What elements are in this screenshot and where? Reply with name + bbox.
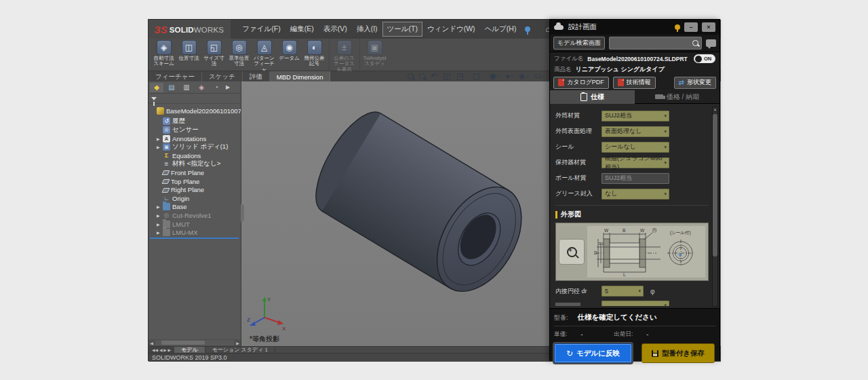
tree-item[interactable]: ▶ センサー [149, 126, 241, 134]
view-settings-icon[interactable]: ▭ [534, 72, 545, 80]
toolbar-button[interactable]: ◫ 位置寸法 [176, 39, 201, 71]
tree-root-item[interactable]: BaseModel20200610100724 (Default<< [149, 107, 241, 115]
tree-tabs-expand-icon[interactable]: ▶ [224, 83, 231, 92]
tree-item[interactable]: ▶ Right Plane [149, 185, 241, 194]
ribbon-tab[interactable]: フィーチャー [149, 71, 202, 81]
menu-item[interactable]: ファイル(F) [237, 22, 285, 37]
tree-item[interactable]: ▶ LMU-MX [149, 228, 241, 237]
featuremanager-tab-icon[interactable]: ◆ [150, 83, 163, 92]
view-orientation-icon[interactable]: ◳ [456, 72, 467, 80]
scroll-left-icon[interactable]: ◀ [149, 341, 155, 345]
tree-item[interactable]: ▶ Base [149, 203, 241, 212]
reference-triad: Y X Z [247, 293, 288, 331]
tree-filter[interactable] [149, 94, 241, 104]
pushpin-icon[interactable] [525, 26, 530, 32]
scroll-up-icon[interactable]: ▲ [713, 107, 717, 112]
panel-pin-icon[interactable] [675, 24, 680, 30]
field-select[interactable]: SUJ2相当 [601, 173, 669, 184]
save-with-partnumber-button[interactable]: 型番付き保存 [642, 343, 715, 363]
tree-item[interactable]: ▶ Equations [149, 151, 241, 160]
menu-item[interactable]: ウィンドウ(W) [422, 22, 480, 37]
apply-scene-icon[interactable]: ◈ [519, 72, 528, 80]
field-select[interactable]: シールなし [601, 142, 669, 153]
document-tab[interactable]: モデル [174, 347, 205, 353]
field-select[interactable]: 樹脂(ジュラコンM90相当) [601, 157, 669, 168]
zoom-area-icon[interactable] [419, 73, 425, 79]
tree-item[interactable]: ▶ Front Plane [149, 168, 241, 177]
tree-item[interactable]: ▶ Top Plane [149, 177, 241, 186]
apply-to-model-button[interactable]: ↻ モデルに反映 [554, 343, 632, 363]
menu-item[interactable]: ヘルプ(H) [480, 22, 521, 37]
field-select[interactable]: なし [601, 189, 669, 200]
expand-arrow-icon[interactable]: ▶ [157, 222, 162, 227]
toolbar-button[interactable]: ± 公差のステータスを表示 [329, 39, 357, 71]
shape-change-button[interactable]: ⇄ 形状変更 [674, 77, 716, 89]
model-number-label: 型番: [554, 314, 568, 322]
toolbar-button[interactable]: ◈ 自動寸法スキーム [151, 39, 176, 71]
expand-arrow-icon[interactable]: ▶ [157, 213, 162, 218]
propertymanager-tab-icon[interactable]: ▤ [165, 83, 178, 92]
price-label: 単価: [554, 330, 567, 339]
solidworks-logo: ЗS SOLIDWORKS [149, 20, 231, 39]
scroll-right-icon[interactable]: ▶ [235, 341, 241, 345]
ribbon-tab[interactable]: スケッチ [202, 71, 243, 81]
scrollbar-thumb[interactable] [713, 114, 717, 256]
dimxpertmanager-tab-icon[interactable]: ◈ [195, 83, 208, 92]
comment-icon[interactable] [706, 39, 716, 47]
link-toggle[interactable]: ON [694, 54, 715, 63]
toolbar-button[interactable]: ◐ 幾何公差記号 [302, 39, 327, 71]
panel-minimize-button[interactable]: – [684, 22, 698, 32]
scrollbar-thumb[interactable] [161, 341, 205, 345]
display-style-icon[interactable]: ▢ [473, 72, 484, 80]
tree-item[interactable]: ▶ ソリッド ボディ(1) [149, 142, 241, 151]
field-select[interactable]: SUJ2相当 [601, 111, 669, 121]
pdf-document-button[interactable]: 技術情報 [613, 77, 656, 89]
tree-item[interactable]: ▶ 材料 <指定なし> [149, 160, 241, 169]
panel-tab[interactable]: 仕様 [550, 90, 635, 104]
menu-item[interactable]: 編集(E) [285, 22, 319, 37]
model-search-button[interactable]: モデル検索画面 [553, 37, 605, 50]
technical-drawing: W B W (t) D D1 L (シール付) φ [587, 226, 705, 278]
ribbon-tab[interactable]: MBD Dimension [270, 71, 331, 81]
tree-item[interactable]: ▶ 履歴 [149, 117, 241, 126]
panel-title: 設計画面 [568, 22, 597, 32]
expand-arrow-icon[interactable]: ▶ [157, 136, 162, 141]
menu-item[interactable]: 挿入(I) [352, 22, 382, 37]
clipped-select[interactable] [601, 301, 669, 306]
displaymanager-tab-icon[interactable]: ◔ [210, 83, 223, 92]
toolbar-button[interactable]: ▣ TolAnalyst スタディ [359, 39, 388, 71]
hide-show-items-icon[interactable]: ◉ [489, 72, 500, 80]
toolbar-button[interactable]: ◬ パターンフィーチャ [252, 39, 277, 71]
tab-icon [580, 93, 587, 101]
menu-item[interactable]: 表示(V) [319, 22, 352, 37]
pdf-document-button[interactable]: カタログPDF [553, 77, 609, 89]
previous-view-icon[interactable]: ↶ [431, 72, 437, 80]
field-select[interactable]: 表面処理なし [601, 126, 669, 137]
panel-scrollbar[interactable]: ▲ [712, 107, 718, 307]
expand-arrow-icon[interactable]: ▶ [157, 204, 162, 209]
search-input[interactable] [609, 37, 702, 50]
svg-text:(シール付): (シール付) [670, 230, 691, 235]
tree-splitter-handle[interactable] [241, 204, 244, 222]
panel-close-button[interactable]: × [702, 22, 715, 32]
tree-item[interactable]: ▶ Annotations [149, 134, 241, 143]
expand-arrow-icon[interactable]: ▶ [157, 230, 162, 235]
toolbar-button[interactable]: ◱ サイズ寸法 [201, 39, 226, 71]
menu-item[interactable]: ツール(T) [382, 22, 422, 37]
ribbon-tab[interactable]: 評価 [243, 71, 270, 81]
edit-appearance-icon[interactable]: ◕ [505, 72, 513, 80]
toolbar-button[interactable]: ◎ 基準位置寸法 [226, 39, 252, 71]
spec-field-row: ボール材質 SUJ2相当 [555, 170, 709, 186]
expand-arrow-icon[interactable]: ▶ [157, 145, 162, 149]
document-tab[interactable]: モーション スタディ 1 [205, 347, 275, 353]
toolbar-button[interactable]: ◉ データム [277, 39, 302, 71]
section-view-icon[interactable]: ◫ [443, 72, 450, 80]
panel-tab[interactable]: 価格 / 納期 [635, 90, 719, 104]
rollback-bar[interactable] [150, 238, 239, 239]
tree-horizontal-scrollbar[interactable]: ◀ ▶ [149, 339, 241, 346]
zoom-fit-icon[interactable] [408, 73, 414, 79]
configurationmanager-tab-icon[interactable]: ▥ [180, 83, 193, 92]
tab-nav-icons[interactable]: ◀◀ ◀ ▶ ▶ [149, 347, 174, 353]
diameter-select[interactable]: 5 [601, 286, 644, 297]
drawing-zoom-button[interactable] [559, 239, 585, 265]
